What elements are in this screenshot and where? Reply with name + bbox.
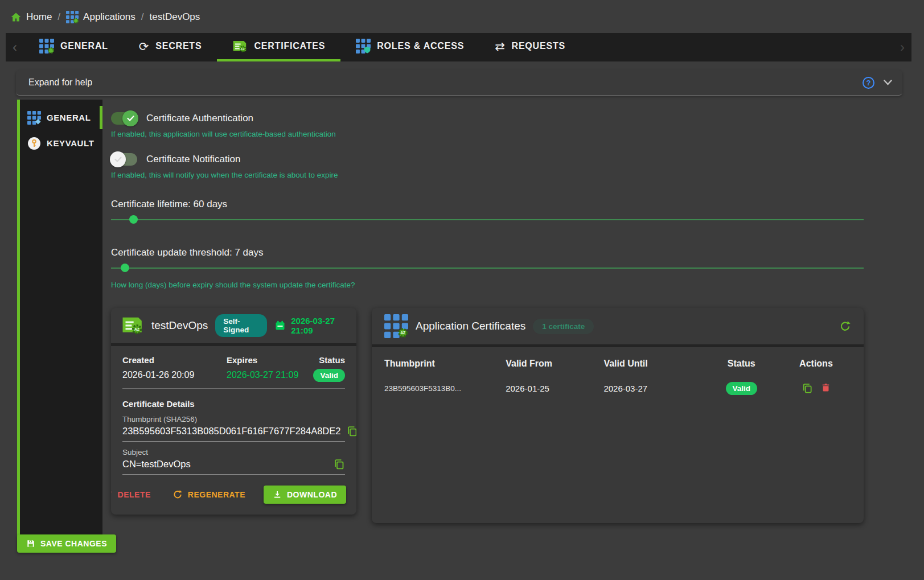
breadcrumb-separator: / xyxy=(141,11,144,23)
col-thumbprint: Thumbprint xyxy=(384,359,506,369)
chevron-down-icon[interactable] xyxy=(884,80,892,85)
slider-track xyxy=(111,268,864,269)
sidebar-item-keyvault-label: KEYVAULT xyxy=(47,138,94,148)
regenerate-certificate-button[interactable]: REGENERATE xyxy=(169,489,249,500)
application-certificates-card: AZ Application Certificates 1 certificat… xyxy=(372,308,864,523)
calendar-icon xyxy=(274,320,286,331)
certificate-seal-icon: AZ xyxy=(232,39,248,54)
tab-requests[interactable]: ⇄ REQUESTS xyxy=(479,33,581,61)
trash-icon xyxy=(111,489,113,500)
slider-thumb[interactable] xyxy=(129,215,138,224)
toggle-thumb xyxy=(122,110,138,126)
col-valid-from: Valid From xyxy=(506,359,603,369)
row-valid-until: 2026-03-27 xyxy=(603,384,701,393)
certificate-lifetime-label: Certificate lifetime: 60 days xyxy=(111,199,864,210)
col-status: Status xyxy=(702,359,781,369)
certificates-table: Thumbprint Valid From Valid Until Status… xyxy=(372,347,864,403)
refresh-certificates-button[interactable] xyxy=(839,320,851,332)
self-signed-badge: Self-Signed xyxy=(215,314,267,337)
trash-icon xyxy=(821,382,831,394)
regenerate-label: REGENERATE xyxy=(188,490,245,499)
download-certificate-button[interactable]: DOWNLOAD xyxy=(264,486,346,504)
svg-text:AZ: AZ xyxy=(134,327,139,331)
breadcrumb-home-link[interactable]: Home xyxy=(10,11,52,23)
tab-secrets-label: SECRETS xyxy=(155,41,202,51)
copy-subject-button[interactable] xyxy=(333,458,345,470)
created-value: 2026-01-26 20:09 xyxy=(122,370,227,380)
breadcrumb-applications-link[interactable]: Applications xyxy=(66,11,135,23)
save-changes-button[interactable]: SAVE CHANGES xyxy=(17,534,116,553)
certificate-expiry-datetime: 2026-03-27 21:09 xyxy=(291,316,346,335)
save-floppy-icon xyxy=(26,539,35,548)
refresh-icon xyxy=(839,320,851,332)
status-badge: Valid xyxy=(313,369,345,382)
breadcrumb-applications-label: Applications xyxy=(83,11,135,23)
delete-certificate-button[interactable]: DELETE xyxy=(111,489,154,500)
svg-text:AZ: AZ xyxy=(241,47,245,50)
copy-thumbprint-button[interactable] xyxy=(346,425,356,437)
expires-label: Expires xyxy=(227,355,314,365)
tab-secrets[interactable]: ⟳ SECRETS xyxy=(124,33,217,61)
tab-bar: ‹ GENERAL ⟳ SECRETS AZ CERTIFICATES xyxy=(6,33,911,61)
download-icon xyxy=(273,490,282,499)
tab-certificates[interactable]: AZ CERTIFICATES xyxy=(217,33,340,61)
help-expander-label: Expand for help xyxy=(28,77,92,88)
row-thumbprint: 23B595603F5313B0... xyxy=(384,384,506,393)
copy-icon xyxy=(346,425,356,437)
certificate-threshold-label: Certificate update threshold: 7 days xyxy=(111,247,864,258)
subject-value: CN=testDevOps xyxy=(122,459,327,470)
delete-label: DELETE xyxy=(118,490,151,499)
help-question-icon[interactable]: ? xyxy=(863,77,874,89)
certificate-notification-help: If enabled, this will notify you when th… xyxy=(111,171,864,179)
col-valid-until: Valid Until xyxy=(603,359,701,369)
keyvault-key-icon xyxy=(27,137,41,150)
tab-general-label: GENERAL xyxy=(60,41,108,51)
certificate-authentication-toggle[interactable] xyxy=(111,112,137,125)
application-certificates-title: Application Certificates xyxy=(416,320,525,332)
certificate-detail-card: AZ testDevOps Self-Signed 2026-03-27 xyxy=(111,308,356,515)
subject-label: Subject xyxy=(122,448,345,456)
copy-icon xyxy=(802,382,813,394)
certificate-count-badge: 1 certificate xyxy=(533,319,594,334)
apps-grid-gear-icon xyxy=(39,39,54,54)
tab-roles-access-label: ROLES & ACCESS xyxy=(377,41,464,51)
certificate-card-title: testDevOps xyxy=(151,319,208,332)
sidebar-item-general[interactable]: GENERAL xyxy=(20,105,102,130)
apps-grid-shield-icon xyxy=(356,39,371,54)
certificate-threshold-help: How long (days) before expiry should the… xyxy=(111,281,864,289)
thumbprint-value: 23B595603F5313B085D061F616F7677F284A8DE2 xyxy=(122,426,340,437)
tabs-scroll-left-icon[interactable]: ‹ xyxy=(6,40,24,54)
certificate-seal-icon: AZ xyxy=(121,314,144,337)
refresh-icon xyxy=(173,489,183,500)
breadcrumb-home-label: Home xyxy=(26,11,52,23)
download-label: DOWNLOAD xyxy=(287,490,337,499)
tabs-scroll-right-icon[interactable]: › xyxy=(893,40,911,54)
certificate-threshold-slider[interactable] xyxy=(111,264,864,273)
certificate-authentication-label: Certificate Authentication xyxy=(146,113,253,124)
expires-value: 2026-03-27 21:09 xyxy=(227,370,314,380)
svg-text:AZ: AZ xyxy=(401,331,406,335)
copy-icon xyxy=(333,458,345,470)
slider-thumb[interactable] xyxy=(121,264,129,272)
refresh-dashed-icon: ⟳ xyxy=(139,40,149,52)
certificate-authentication-help: If enabled, this application will use ce… xyxy=(111,130,864,138)
breadcrumb: Home / Applications / testDevOps xyxy=(10,11,200,23)
certificate-notification-toggle[interactable] xyxy=(111,153,137,166)
save-changes-label: SAVE CHANGES xyxy=(40,539,107,548)
certificate-details-title: Certificate Details xyxy=(122,399,345,409)
home-icon xyxy=(10,11,22,23)
toggle-thumb xyxy=(110,151,126,167)
delete-row-certificate-button[interactable] xyxy=(821,382,831,394)
certificate-lifetime-slider[interactable] xyxy=(111,215,864,224)
col-actions: Actions xyxy=(781,359,851,369)
help-expander[interactable]: Expand for help ? xyxy=(16,70,902,96)
status-label: Status xyxy=(313,355,345,365)
apps-grid-cube-icon xyxy=(27,111,41,125)
slider-track xyxy=(111,219,864,220)
certificates-panel: Certificate Authentication If enabled, t… xyxy=(111,100,864,523)
sidebar-item-keyvault[interactable]: KEYVAULT xyxy=(20,130,102,156)
table-row: 23B595603F5313B0... 2026-01-25 2026-03-2… xyxy=(384,376,851,401)
tab-roles-access[interactable]: ROLES & ACCESS xyxy=(340,33,479,61)
tab-general[interactable]: GENERAL xyxy=(24,33,124,61)
copy-row-thumbprint-button[interactable] xyxy=(802,382,813,394)
